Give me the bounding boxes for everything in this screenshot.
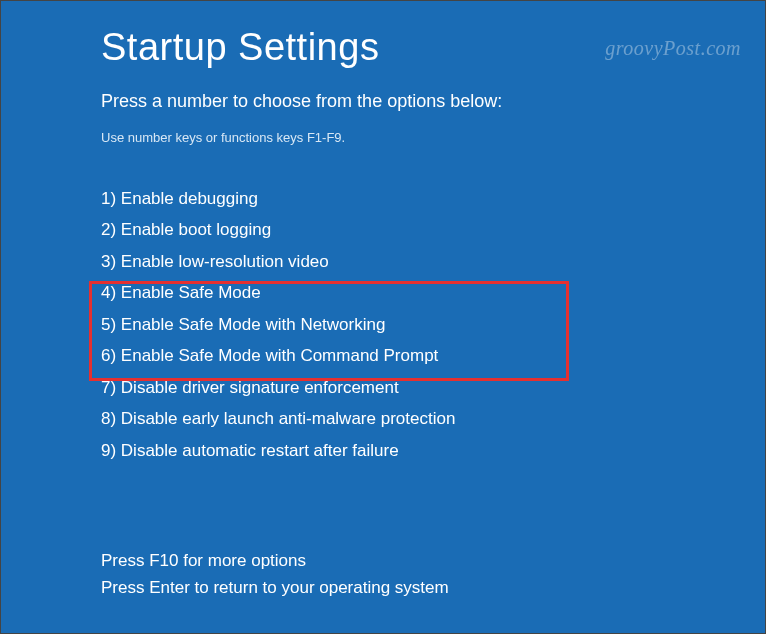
option-8[interactable]: 8) Disable early launch anti-malware pro… <box>101 403 765 434</box>
more-options-text: Press F10 for more options <box>101 547 449 574</box>
return-text: Press Enter to return to your operating … <box>101 574 449 601</box>
footer: Press F10 for more options Press Enter t… <box>101 547 449 601</box>
option-1[interactable]: 1) Enable debugging <box>101 183 765 214</box>
option-3[interactable]: 3) Enable low-resolution video <box>101 246 765 277</box>
hint-text: Use number keys or functions keys F1-F9. <box>101 130 765 145</box>
option-4[interactable]: 4) Enable Safe Mode <box>101 277 765 308</box>
instruction-text: Press a number to choose from the option… <box>101 91 765 112</box>
options-list: 1) Enable debugging 2) Enable boot loggi… <box>101 183 765 466</box>
option-7[interactable]: 7) Disable driver signature enforcement <box>101 372 765 403</box>
watermark: groovyPost.com <box>605 37 741 60</box>
option-6[interactable]: 6) Enable Safe Mode with Command Prompt <box>101 340 765 371</box>
option-9[interactable]: 9) Disable automatic restart after failu… <box>101 435 765 466</box>
option-5[interactable]: 5) Enable Safe Mode with Networking <box>101 309 765 340</box>
option-2[interactable]: 2) Enable boot logging <box>101 214 765 245</box>
